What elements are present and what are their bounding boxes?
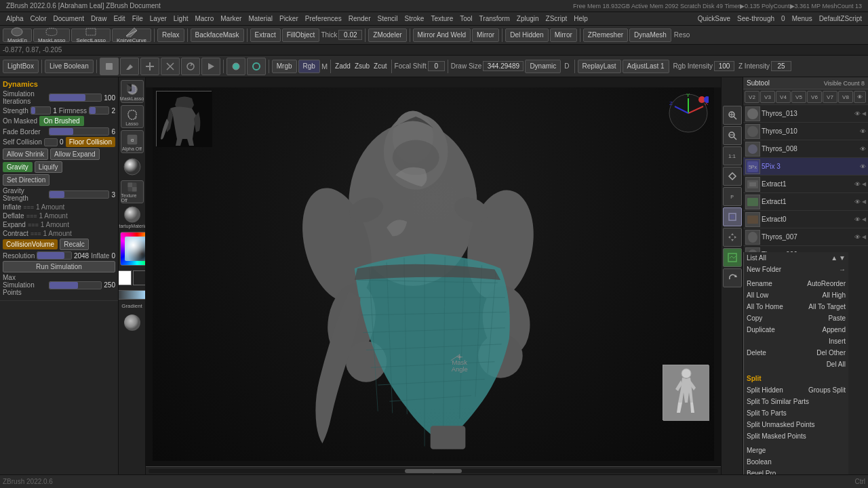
menu-preferences[interactable]: Preferences	[302, 15, 345, 22]
zoom-out-icon[interactable]	[723, 126, 742, 145]
ctx-insert[interactable]: Insert	[744, 336, 848, 347]
v6-btn[interactable]: V6	[807, 91, 822, 103]
v8-btn[interactable]: V8	[838, 91, 853, 103]
mirror-weld-btn[interactable]: Mirror And Weld	[413, 28, 471, 42]
mirror-btn[interactable]: Mirror	[472, 28, 499, 42]
menu-macro[interactable]: Macro	[191, 15, 217, 22]
menu-render[interactable]: Render	[345, 15, 374, 22]
sphere-icon[interactable]	[226, 58, 245, 75]
ctx-split-similar[interactable]: Split To Similar Parts	[744, 396, 848, 407]
move-btn[interactable]	[140, 58, 159, 75]
subtool-thyros010[interactable]: Thyros_010 👁	[743, 123, 868, 140]
ctx-merge[interactable]: Merge	[744, 445, 848, 456]
focal-shift-input[interactable]	[428, 61, 445, 71]
resolution-slider[interactable]	[37, 251, 72, 260]
sim-iter-slider[interactable]	[49, 94, 102, 102]
subtool-5pix3[interactable]: 5Px 5Pix 3 👁	[743, 158, 868, 176]
persp-icon[interactable]: P	[723, 187, 742, 206]
ctx-copy[interactable]: Copy Paste	[744, 312, 848, 324]
z-intensity-input[interactable]	[771, 61, 791, 71]
fade-border-slider[interactable]	[49, 127, 109, 136]
subtool-thyros007[interactable]: Thyros_007 👁 ◀	[743, 228, 868, 246]
menu-picker[interactable]: Picker	[276, 15, 302, 22]
white-swatch[interactable]	[119, 270, 132, 285]
menu-edit[interactable]: Edit	[110, 15, 128, 22]
gravity-btn[interactable]: Gravity	[3, 162, 33, 172]
run-simulation-btn[interactable]: Run Simulation	[3, 261, 115, 272]
black-swatch[interactable]	[133, 270, 146, 285]
maxsim-slider[interactable]	[49, 281, 102, 289]
menu-transform[interactable]: Transform	[476, 15, 513, 22]
strength-slider[interactable]	[31, 106, 51, 115]
eye-icon[interactable]: 👁	[854, 91, 866, 103]
zmodeler-btn[interactable]: ZModeler	[368, 28, 406, 42]
ctx-split-unmasked[interactable]: Split Unmasked Points	[744, 419, 848, 430]
scale-btn[interactable]	[161, 58, 180, 75]
actual-icon[interactable]: 1:1	[723, 146, 742, 165]
ctx-delall[interactable]: Del All	[744, 359, 848, 370]
menu-layer[interactable]: Layer	[146, 15, 170, 22]
menu-zplugin[interactable]: Zplugin	[513, 15, 542, 22]
gradient-bar[interactable]	[119, 290, 146, 300]
menu-help[interactable]: Help	[570, 15, 591, 22]
knifecurve-btn[interactable]: KnirveCurve	[112, 28, 151, 42]
masklasso-btn[interactable]: MaskLasso	[33, 28, 70, 42]
edit-btn[interactable]	[120, 58, 139, 75]
startup-material[interactable]: StartupMaterial	[121, 205, 144, 228]
v4-btn[interactable]: V4	[776, 91, 791, 103]
bottom-sphere[interactable]	[121, 311, 144, 334]
allow-shrink-btn[interactable]: Allow Shrink	[3, 148, 48, 160]
quicksave-btn[interactable]: QuickSave	[694, 15, 734, 22]
drawsize-input[interactable]	[483, 61, 524, 71]
menus-btn[interactable]: Menus	[789, 15, 816, 22]
defaultzscript-btn[interactable]: DefaultZScript	[816, 15, 865, 22]
textureoff-tool[interactable]: Texture Off	[121, 180, 144, 203]
ctx-split-masked[interactable]: Split Masked Points	[744, 430, 848, 442]
ctx-boolean[interactable]: Boolean	[744, 456, 848, 468]
subtool-extract0[interactable]: Extract0 👁 ◀	[743, 211, 868, 228]
delhidden-btn[interactable]: Del Hidden	[505, 28, 548, 42]
subtool-thyros008[interactable]: Thyros_008 👁	[743, 140, 868, 158]
subtool-thyros013[interactable]: Thyros_013 👁 ◀	[743, 105, 868, 123]
subtool-thyros006[interactable]: Thyros_006 👁	[743, 246, 868, 252]
seethrough-val[interactable]: 0	[778, 15, 789, 22]
ctx-bevel-pro[interactable]: Bevel Pro	[744, 468, 848, 474]
menu-alpha[interactable]: Alpha	[3, 15, 27, 22]
ctx-alllow-allhigh[interactable]: All Low All High	[744, 289, 848, 301]
setdir-btn[interactable]: Set Direction	[3, 174, 50, 186]
material-sphere[interactable]	[121, 155, 144, 178]
masken-btn[interactable]: MaskEn	[3, 28, 32, 42]
aaflip-icon[interactable]	[723, 167, 742, 186]
liquify-btn[interactable]: Liquify	[35, 161, 62, 173]
subtool-extract1a[interactable]: Extract1 👁 ◀	[743, 176, 868, 193]
rotate-canvas-icon[interactable]	[723, 268, 742, 287]
zoom-icon[interactable]	[723, 106, 742, 125]
grav-strength-slider[interactable]	[49, 190, 109, 199]
draw-btn[interactable]	[100, 58, 119, 75]
menu-document[interactable]: Document	[50, 15, 87, 22]
canvas-scrollbar[interactable]: ▼	[146, 466, 721, 474]
rgb-intensity-input[interactable]	[714, 61, 734, 71]
alphaoff-tool[interactable]: α Alpha Off	[121, 130, 144, 153]
onbrushed-btn[interactable]: On Brushed	[39, 116, 83, 126]
zremesher-btn[interactable]: ZRemesher	[583, 28, 628, 42]
v2-btn[interactable]: V2	[745, 91, 760, 103]
menu-zscript[interactable]: ZScript	[542, 15, 571, 22]
replaylast-btn[interactable]: ReplayLast	[578, 60, 621, 73]
frame-icon[interactable]	[723, 207, 742, 226]
adjustlast-btn[interactable]: AdjustLast 1	[623, 60, 669, 73]
collision-vol-btn[interactable]: CollisionVolume	[3, 239, 58, 249]
ctx-split-parts[interactable]: Split To Parts	[744, 407, 848, 419]
ctx-alltohome[interactable]: All To Home All To Target	[744, 301, 848, 312]
dynamesh-btn[interactable]: DynaMesh	[629, 28, 671, 42]
zoomdoc-icon[interactable]	[723, 248, 742, 267]
boolean-btn[interactable]: Live Boolean	[45, 60, 94, 73]
selectlasso-btn[interactable]: SelectLasso	[71, 28, 111, 42]
rgb-btn[interactable]: Rgb	[298, 60, 320, 73]
color-picker[interactable]	[120, 232, 146, 266]
menu-color[interactable]: Color	[27, 15, 50, 22]
mrgb-btn[interactable]: Mrgb	[272, 60, 297, 73]
self-coll-slider[interactable]	[44, 138, 58, 146]
menu-stroke[interactable]: Stroke	[401, 15, 428, 22]
ctx-new-folder[interactable]: New Folder →	[744, 264, 848, 275]
